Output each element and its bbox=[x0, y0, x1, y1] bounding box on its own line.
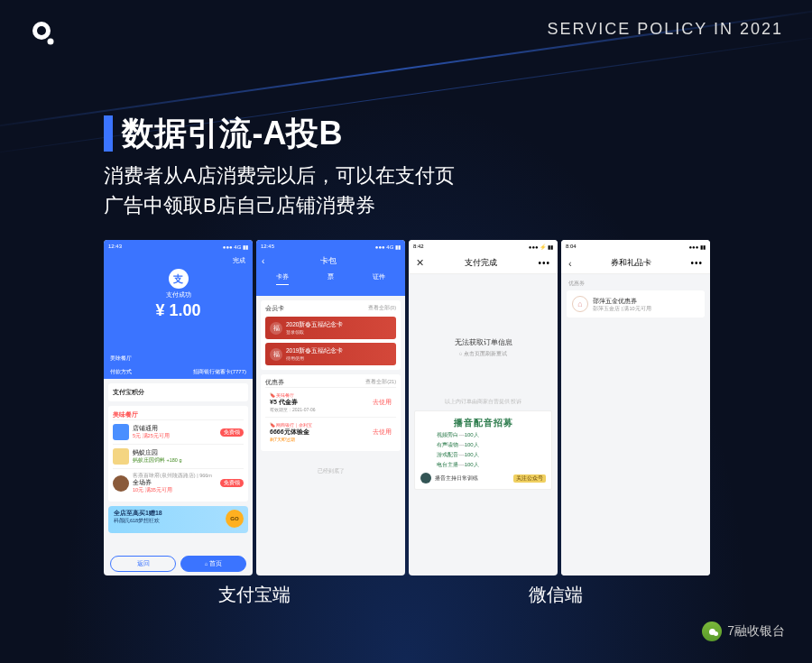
tabs: 卡券 票 证件 bbox=[256, 270, 405, 285]
store-icon: ⌂ bbox=[572, 296, 588, 312]
tab-cards[interactable]: 卡券 bbox=[276, 272, 289, 285]
svg-point-1 bbox=[37, 26, 46, 35]
signal-icon: ●●● ▮▮ bbox=[688, 244, 706, 250]
wechat-account-badge[interactable]: 7融收银台 bbox=[702, 622, 785, 641]
label-wechat: 微信端 bbox=[405, 583, 706, 607]
home-button[interactable]: ⌂ 首页 bbox=[180, 556, 246, 572]
slide-subtitle: 消费者从A店消费完以后，可以在支付页 广告中领取B店自己店铺消费券 bbox=[104, 161, 455, 220]
go-button[interactable]: GO bbox=[226, 510, 244, 528]
done-button[interactable]: 完成 bbox=[104, 256, 253, 265]
phone-alipay-wallet: 12:45●●● 4G ▮▮ ‹ 卡包 卡券 票 证件 会员卡查看全部(0) 福… bbox=[256, 240, 405, 576]
header-right-text: SERVICE POLICY IN 2021 bbox=[548, 20, 783, 39]
food-icon bbox=[113, 475, 129, 492]
signal-icon: ●●● ⚡ ▮▮ bbox=[529, 244, 553, 250]
farm-icon bbox=[113, 448, 129, 465]
membership-card[interactable]: 福 2020新春五福纪念卡登录领取 bbox=[265, 317, 396, 339]
claim-button[interactable]: 免费领 bbox=[220, 428, 244, 437]
page-title: 支付完成 bbox=[424, 257, 538, 269]
more-icon[interactable]: ••• bbox=[690, 258, 703, 268]
retry-hint[interactable]: ○ 点击页面刷新重试 bbox=[409, 350, 558, 358]
page-title: 券和礼品卡 bbox=[572, 257, 691, 269]
avatar-icon bbox=[420, 473, 431, 483]
phone-wechat-payment: 8:42●●● ⚡ ▮▮ ✕ 支付完成 ••• 无法获取订单信息 ○ 点击页面刷… bbox=[409, 240, 558, 576]
alipay-logo-icon: 支 bbox=[169, 269, 189, 289]
coupon-row[interactable]: 客燕百味府(泉州陵西路店) | 966m全场券10元 满35元可用 免费领 bbox=[113, 468, 244, 497]
brand-logo bbox=[29, 20, 56, 47]
store-icon bbox=[113, 424, 129, 440]
tab-tickets[interactable]: 票 bbox=[328, 272, 334, 285]
slide-title: 数据引流-A投B bbox=[122, 115, 342, 152]
list-end-text: 已经到底了 bbox=[256, 467, 405, 475]
promo-banner[interactable]: 全店至高买1赠18 科颜氏618梦想狂欢 GO bbox=[108, 506, 248, 533]
coupon-card[interactable]: ⌂ 邵萍五金优惠券 邵萍五金店 | 满10元可用 bbox=[567, 290, 705, 318]
label-alipay: 支付宝端 bbox=[104, 583, 405, 607]
phone-wechat-coupons: 8:04●●● ▮▮ ‹ 券和礼品卡 ••• 优惠券 ⌂ 邵萍五金优惠券 邵萍五… bbox=[561, 240, 710, 576]
fu-icon: 福 bbox=[270, 322, 282, 335]
fu-icon: 福 bbox=[270, 348, 282, 361]
claim-button[interactable]: 免费领 bbox=[220, 479, 244, 487]
membership-card[interactable]: 福 2019新春五福纪念卡待用使用 bbox=[265, 343, 396, 365]
close-icon[interactable]: ✕ bbox=[416, 257, 424, 269]
wechat-icon bbox=[702, 622, 722, 641]
title-accent-bar bbox=[104, 115, 113, 152]
svg-point-2 bbox=[48, 39, 54, 45]
signal-icon: ●●● 4G ▮▮ bbox=[223, 244, 248, 250]
tab-certs[interactable]: 证件 bbox=[373, 272, 385, 285]
section-label: 优惠券 bbox=[561, 274, 710, 290]
coupon-row[interactable]: 🔖 网商银行｜余利宝6666元体验金剩7天即过期 去使用 bbox=[270, 422, 392, 442]
phone-alipay-payment: 12:43●●● 4G ▮▮ 完成 支 支付成功 ¥ 1.00 美味餐厅 付款方… bbox=[104, 240, 253, 576]
error-message: 无法获取订单信息 bbox=[409, 337, 558, 347]
phone-screenshots-row: 12:43●●● 4G ▮▮ 完成 支 支付成功 ¥ 1.00 美味餐厅 付款方… bbox=[104, 240, 710, 576]
use-button[interactable]: 去使用 bbox=[373, 399, 392, 407]
back-button[interactable]: 返回 bbox=[110, 556, 176, 572]
follow-button[interactable]: 关注公众号 bbox=[513, 474, 546, 483]
coupon-row[interactable]: 店铺通用5元 满25元可用 免费领 bbox=[113, 419, 244, 444]
signal-icon: ●●● 4G ▮▮ bbox=[375, 244, 401, 250]
coupon-row[interactable]: 蚂蚁庄园蚂蚁庄园饲料 +180 g bbox=[113, 444, 244, 468]
coupon-row[interactable]: 🔖 美味餐厅¥5 代金券有效期至：2021-07-06 去使用 bbox=[270, 392, 392, 412]
more-icon[interactable]: ••• bbox=[538, 258, 550, 268]
page-title: 卡包 bbox=[264, 255, 392, 267]
footer-note: 以上内订单由商家自营提供 投诉 bbox=[409, 399, 558, 405]
payment-amount: ¥ 1.00 bbox=[104, 301, 253, 320]
use-button[interactable]: 去使用 bbox=[373, 428, 392, 437]
advertisement-card[interactable]: 播音配音招募 视频旁白··········100人 有声读物··········… bbox=[414, 410, 552, 490]
